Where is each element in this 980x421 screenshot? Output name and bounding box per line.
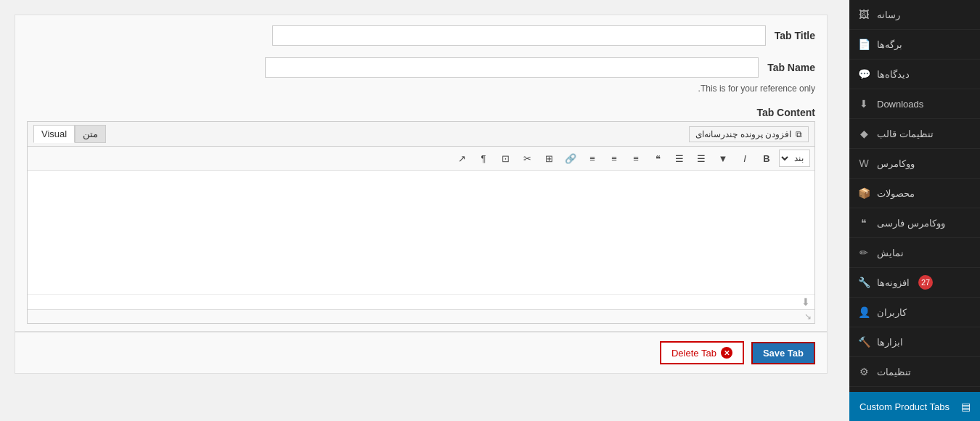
custom-tabs-sidebar-icon: ▤ [958, 399, 973, 414]
tab-content-label: Tab Content [756, 107, 815, 118]
corner-resize-icon: ↘ [804, 311, 812, 322]
tab-title-label: Tab Title [775, 30, 815, 41]
save-tab-button[interactable]: Save Tab [751, 342, 815, 364]
sidebar-item-downloads[interactable]: Downloads ⬇ [849, 89, 980, 119]
table-button[interactable]: ⊞ [539, 150, 558, 167]
delete-tab-button[interactable]: Delete Tab ✕ [660, 341, 744, 364]
sidebar-item-rasaneh[interactable]: رسانه 🖼 [849, 0, 980, 30]
align-right-button[interactable]: ≡ [626, 150, 645, 167]
woocommerce-sidebar-icon: W [857, 156, 871, 171]
theme-settings-sidebar-icon: ◆ [857, 126, 871, 141]
align-center-button[interactable]: ≡ [605, 150, 624, 167]
sidebar-item-plugins[interactable]: 27 افزونه‌ها 🔧 [849, 268, 980, 298]
bold-button[interactable]: B [757, 150, 776, 167]
footer-bar: Delete Tab ✕ Save Tab [15, 332, 827, 373]
sidebar: رسانه 🖼 برگه‌ها 📄 دیدگاه‌ها 💬 Downloads … [849, 0, 980, 421]
delete-tab-label: Delete Tab [671, 348, 716, 359]
sidebar-item-woocommerce[interactable]: ووکامرس W [849, 149, 980, 179]
blockquote-button[interactable]: ❝ [648, 150, 667, 167]
align-left-button[interactable]: ≡ [583, 150, 602, 167]
downloads-sidebar-icon: ⬇ [857, 97, 871, 111]
users-sidebar-icon: 👤 [857, 305, 871, 319]
editor-resize-handle: ⬇ [28, 294, 814, 309]
sidebar-item-pages[interactable]: برگه‌ها 📄 [849, 30, 980, 60]
comments-sidebar-icon: 💬 [857, 67, 871, 81]
editor-bottom-handle: ↘ [28, 309, 814, 323]
pages-sidebar-icon: 📄 [857, 37, 871, 52]
tab-name-label: Tab Name [767, 62, 815, 73]
media-sidebar-icon: 🖼 [857, 7, 871, 22]
more-button[interactable]: ▼ [714, 150, 732, 167]
ordered-list-button[interactable]: ☰ [692, 150, 711, 167]
italic-button[interactable]: I [735, 150, 754, 167]
grid-button[interactable]: ⊡ [496, 150, 515, 167]
link-button[interactable]: 🔗 [561, 150, 580, 167]
products-sidebar-icon: 📦 [857, 186, 871, 200]
sidebar-item-theme-settings[interactable]: تنظیمات قالب ◆ [849, 119, 980, 149]
add-media-label: افزودن پرونده چندرسانه‌ای [695, 129, 791, 139]
editor-toolbar: بند B I ▼ ☰ ☰ ❝ ≡ ≡ ≡ 🔗 ⊞ ✂ ⊡ ¶ ↗ [28, 147, 814, 171]
sidebar-item-comments[interactable]: دیدگاه‌ها 💬 [849, 60, 980, 89]
sidebar-item-appearance[interactable]: نمایش ✏ [849, 238, 980, 268]
editor-body[interactable] [28, 171, 814, 294]
woocommerce-fa-sidebar-icon: ❝ [857, 216, 871, 230]
media-icon: ⧉ [796, 129, 802, 139]
content-editor: Visual متن ⧉ افزودن پرونده چندرسانه‌ای ب… [27, 121, 815, 324]
settings-sidebar-icon: ⚙ [857, 364, 871, 379]
tab-title-input[interactable] [272, 25, 766, 46]
sidebar-item-users[interactable]: کاربران 👤 [849, 298, 980, 327]
format-select[interactable]: بند [779, 150, 810, 167]
custom-product-tabs-label: Custom Product Tabs [859, 401, 950, 412]
sidebar-item-custom-product-tabs[interactable]: ▤ Custom Product Tabs [849, 392, 980, 421]
plugins-badge: 27 [918, 275, 933, 290]
sidebar-item-woocommerce-fa[interactable]: ووکامرس فارسی ❝ [849, 208, 980, 238]
add-media-button[interactable]: ⧉ افزودن پرونده چندرسانه‌ای [689, 126, 809, 142]
paragraph-button[interactable]: ¶ [474, 150, 493, 167]
cut-button[interactable]: ✂ [518, 150, 536, 167]
tab-name-input[interactable] [265, 57, 759, 78]
sidebar-item-settings[interactable]: تنظیمات ⚙ [849, 357, 980, 387]
sidebar-item-products[interactable]: محصولات 📦 [849, 179, 980, 208]
plugins-sidebar-icon: 🔧 [857, 275, 871, 290]
cursor-icon: ↗ [452, 150, 471, 167]
delete-x-icon: ✕ [721, 347, 732, 359]
unordered-list-button[interactable]: ☰ [670, 150, 689, 167]
sidebar-item-tools[interactable]: ابزارها 🔨 [849, 327, 980, 357]
text-tab[interactable]: متن [75, 125, 106, 143]
visual-tab[interactable]: Visual [33, 125, 75, 143]
reference-text: This is for your reference only. [15, 83, 827, 99]
appearance-sidebar-icon: ✏ [857, 245, 871, 260]
tools-sidebar-icon: 🔨 [857, 335, 871, 349]
resize-icon: ⬇ [801, 296, 810, 308]
